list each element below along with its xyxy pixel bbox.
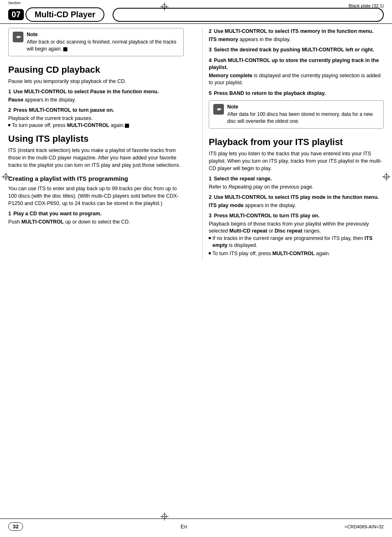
its-mem-step-5: 5 Press BAND to return to the playback d… <box>209 90 384 97</box>
pausing-heading: Pausing CD playback <box>8 65 184 75</box>
section-title: Multi-CD Player <box>25 7 104 22</box>
its-mem-step-4: 4 Push MULTI-CONTROL up to store the cur… <box>209 57 384 87</box>
note-icon-1: ✏ <box>13 32 23 42</box>
pausing-step-2-body: Playback of the current track pauses. <box>8 115 184 122</box>
note-label-2: Note <box>227 104 379 110</box>
black-plate-label: Black plate (32,1) <box>348 3 384 8</box>
note-icon-2: ✏ <box>213 104 224 115</box>
its-step-1: 1 Play a CD that you want to program. Pu… <box>8 210 184 226</box>
note-icon-bg: ✏ <box>13 32 23 42</box>
section-label: Section <box>8 1 21 5</box>
playback-step-1-header: 1 Select the repeat range. <box>209 175 384 183</box>
stop-icon-2 <box>125 124 129 128</box>
note-content-1: Note After track or disc scanning is fin… <box>27 32 179 53</box>
note-content-2: Note After data for 100 discs has been s… <box>227 104 379 125</box>
its-mem-step-3-header: 3 Select the desired track by pushing MU… <box>209 46 384 54</box>
its-mem-step-2: 2 Use MULTI-CONTROL to select ITS memory… <box>209 28 384 43</box>
left-column: ✏ Note After track or disc scanning is f… <box>8 28 190 260</box>
creating-playlist-intro: You can use ITS to enter and play back u… <box>8 185 184 207</box>
note-text-1: After track or disc scanning is finished… <box>27 39 179 53</box>
pausing-step-1-body: Pause appears in the display. <box>8 97 184 104</box>
playback-step-2-body: ITS play mode appears in the display. <box>209 202 384 210</box>
its-heading: Using ITS playlists <box>8 134 184 144</box>
page-number: 32 <box>8 522 23 531</box>
playback-step-3-body: Playback begins of those tracks from you… <box>209 221 384 235</box>
its-intro: ITS (instant track selection) lets you m… <box>8 147 184 169</box>
its-mem-step-5-header: 5 Press BAND to return to the playback d… <box>209 90 384 97</box>
its-mem-step-2-header: 2 Use MULTI-CONTROL to select ITS memory… <box>209 28 384 35</box>
pausing-intro: Pause lets you temporarily stop playback… <box>8 78 184 85</box>
pausing-step-1-header: 1 Use MULTI-CONTROL to select Pause in t… <box>8 88 184 96</box>
footer-lang: En <box>181 523 187 530</box>
playback-step-2: 2 Use MULTI-CONTROL to select ITS play m… <box>209 194 384 209</box>
page-header: Section 07 Multi-CD Player Black plate (… <box>0 0 392 24</box>
pencil-icon: ✏ <box>16 34 21 40</box>
note-label-1: Note <box>27 32 179 37</box>
its-mem-step-4-header: 4 Push MULTI-CONTROL up to store the cur… <box>209 57 384 71</box>
section-number: 07 <box>8 9 24 20</box>
playback-its-intro: ITS play lets you listen to the tracks t… <box>209 150 384 172</box>
playback-step-2-header: 2 Use MULTI-CONTROL to select ITS play m… <box>209 194 384 201</box>
header-right-box <box>113 8 384 22</box>
stop-icon-1 <box>63 47 67 51</box>
note-icon-bg-2: ✏ <box>213 104 224 115</box>
crosshair-left-mid <box>2 173 10 181</box>
its-mem-step-3: 3 Select the desired track by pushing MU… <box>209 46 384 54</box>
pencil-icon-2: ✏ <box>217 106 221 113</box>
playback-step-3-bullet-2: To turn ITS play off, press MULTI-CONTRO… <box>209 250 384 258</box>
main-content: ✏ Note After track or disc scanning is f… <box>0 24 392 265</box>
footer-code: <CRD4089-A/N>32 <box>345 524 384 529</box>
note-box-1: ✏ Note After track or disc scanning is f… <box>8 28 184 56</box>
its-mem-step-4-body: Memory complete is displayed and the cur… <box>209 72 384 87</box>
pausing-step-2: 2 Press MULTI-CONTROL to turn pause on. … <box>8 107 184 129</box>
its-step-1-header: 1 Play a CD that you want to program. <box>8 210 184 218</box>
note-text-2: After data for 100 discs has been stored… <box>227 111 379 125</box>
playback-step-3: 3 Press MULTI-CONTROL to turn ITS play o… <box>209 212 384 257</box>
creating-playlist-heading: Creating a playlist with ITS programming <box>8 175 184 183</box>
bullet-icon-3b <box>209 252 211 254</box>
pausing-step-2-header: 2 Press MULTI-CONTROL to turn pause on. <box>8 107 184 114</box>
playback-step-3-bullet-1: If no tracks in the current range are pr… <box>209 235 384 249</box>
playback-step-3-header: 3 Press MULTI-CONTROL to turn ITS play o… <box>209 212 384 220</box>
its-step-1-body: Push MULTI-CONTROL up or down to select … <box>8 219 184 226</box>
playback-its-heading: Playback from your ITS playlist <box>209 137 384 148</box>
page-footer: 32 En <CRD4089-A/N>32 <box>0 519 392 531</box>
pausing-step-1: 1 Use MULTI-CONTROL to select Pause in t… <box>8 88 184 104</box>
note-box-2: ✏ Note After data for 100 discs has been… <box>209 100 384 129</box>
crosshair-right-mid <box>382 173 390 181</box>
playback-step-1-body: Refer to Repeating play on the previous … <box>209 184 384 191</box>
right-column: 2 Use MULTI-CONTROL to select ITS memory… <box>202 28 384 260</box>
bullet-icon <box>8 124 10 126</box>
playback-step-1: 1 Select the repeat range. Refer to Repe… <box>209 175 384 191</box>
pausing-step-2-bullet: To turn pause off, press MULTI-CONTROL a… <box>8 122 184 129</box>
bullet-icon-3a <box>209 237 211 239</box>
its-mem-step-2-body: ITS memory appears in the display. <box>209 36 384 44</box>
